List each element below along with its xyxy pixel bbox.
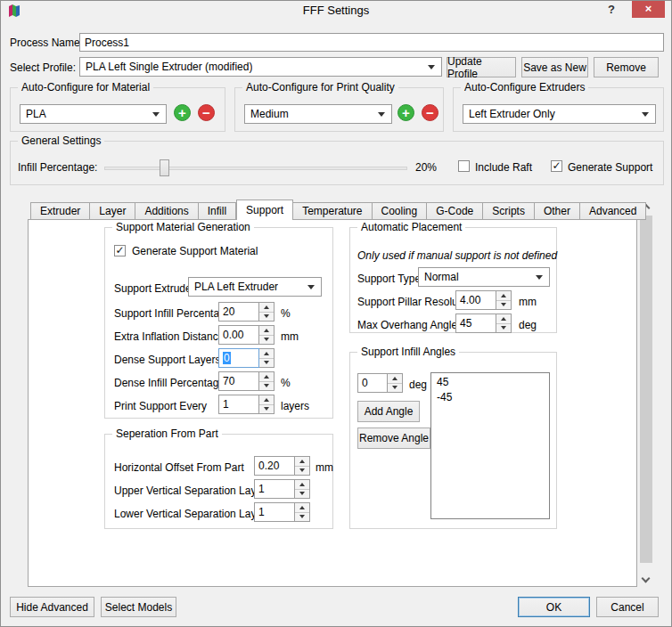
generate-support-material-label: Generate Support Material xyxy=(132,244,258,258)
tab-scripts[interactable]: Scripts xyxy=(483,202,535,220)
general-settings-title: General Settings xyxy=(18,134,104,147)
support-pillar-resolution-unit: mm xyxy=(519,295,537,309)
tab-infill[interactable]: Infill xyxy=(199,202,236,220)
support-type-select[interactable]: Normal xyxy=(418,267,550,287)
generate-support-material-checkbox[interactable]: ✓ xyxy=(114,245,126,256)
profile-select[interactable]: PLA Left Single Extruder (modified) xyxy=(79,57,442,77)
window-title: FFF Settings xyxy=(1,1,671,20)
spin-down-icon[interactable] xyxy=(259,404,274,414)
spin-down-icon[interactable] xyxy=(295,512,309,522)
auto-configure-extruders-title: Auto-Configure Extruders xyxy=(461,81,588,94)
horizontal-offset-spinner[interactable]: 0.20 xyxy=(254,456,310,476)
tab-cooling[interactable]: Cooling xyxy=(373,202,428,220)
extra-inflation-distance-label: Extra Inflation Distance xyxy=(114,330,224,344)
tab-additions[interactable]: Additions xyxy=(135,202,198,220)
spin-up-icon[interactable] xyxy=(259,395,274,404)
remove-material-button[interactable]: − xyxy=(198,104,215,121)
spin-up-icon[interactable] xyxy=(295,480,309,489)
upper-vertical-separation-spinner[interactable]: 1 xyxy=(254,479,310,499)
save-as-new-button[interactable]: Save as New xyxy=(521,57,588,77)
separation-from-part-group: Seperation From Part Horizontal Offset F… xyxy=(104,434,333,529)
support-infill-percentage-spinner[interactable]: 20 xyxy=(218,302,275,322)
remove-quality-button[interactable]: − xyxy=(422,104,438,121)
extra-inflation-distance-spinner[interactable]: 0.00 xyxy=(218,325,275,345)
hide-advanced-button[interactable]: Hide Advanced xyxy=(10,597,94,617)
scroll-down-icon[interactable] xyxy=(642,574,651,583)
extruders-select[interactable]: Left Extruder Only xyxy=(463,104,656,124)
lower-vertical-separation-label: Lower Vertical Separation Layers xyxy=(114,507,271,521)
material-select[interactable]: PLA xyxy=(20,104,167,124)
support-extruder-select[interactable]: PLA Left Extruder xyxy=(188,277,322,297)
placement-note: Only used if manual support is not defin… xyxy=(357,248,557,263)
tab-layer[interactable]: Layer xyxy=(90,202,135,220)
spin-down-icon[interactable] xyxy=(496,323,511,333)
print-support-every-spinner[interactable]: 1 xyxy=(218,395,275,414)
max-overhang-angle-spinner[interactable]: 45 xyxy=(455,314,512,333)
tab-advanced[interactable]: Advanced xyxy=(580,202,646,220)
infill-slider-track[interactable] xyxy=(104,167,407,170)
tab-extruder[interactable]: Extruder xyxy=(30,202,90,220)
vertical-scrollbar[interactable] xyxy=(640,202,652,584)
add-quality-button[interactable]: + xyxy=(397,104,414,121)
support-extruder-label: Support Extruder xyxy=(114,281,195,296)
angle-listbox[interactable]: 45 -45 xyxy=(430,372,550,519)
spin-up-icon[interactable] xyxy=(295,457,309,466)
generate-support-checkbox[interactable]: ✓ xyxy=(551,160,562,172)
tab-gcode[interactable]: G-Code xyxy=(427,202,483,220)
spin-up-icon[interactable] xyxy=(259,349,274,358)
remove-angle-button[interactable]: Remove Angle xyxy=(357,428,430,449)
spin-down-icon[interactable] xyxy=(259,312,274,322)
dense-infill-percentage-spinner[interactable]: 70 xyxy=(218,371,275,391)
tab-support[interactable]: Support xyxy=(236,200,293,220)
angle-list-item[interactable]: 45 xyxy=(431,375,549,390)
close-button[interactable]: × xyxy=(632,1,665,18)
help-button[interactable]: ? xyxy=(602,1,621,19)
scrollbar-thumb[interactable] xyxy=(640,216,652,563)
spin-up-icon[interactable] xyxy=(496,314,511,323)
spin-up-icon[interactable] xyxy=(496,291,511,300)
remove-profile-button[interactable]: Remove xyxy=(594,57,659,77)
upper-vertical-separation-label: Upper Vertical Separation Layers xyxy=(114,484,271,498)
cancel-button[interactable]: Cancel xyxy=(596,597,659,617)
add-material-button[interactable]: + xyxy=(174,104,191,121)
dropdown-arrow-icon xyxy=(428,65,435,69)
lower-vertical-separation-spinner[interactable]: 1 xyxy=(254,502,310,522)
support-tab-pane: Support Material Generation ✓ Generate S… xyxy=(28,219,637,587)
spin-up-icon[interactable] xyxy=(259,303,274,312)
quality-select[interactable]: Medium xyxy=(244,104,392,124)
include-raft-checkbox[interactable] xyxy=(458,160,470,172)
spin-down-icon[interactable] xyxy=(259,335,274,345)
quality-select-value: Medium xyxy=(250,108,289,120)
spin-down-icon[interactable] xyxy=(259,381,274,391)
update-profile-button[interactable]: Update Profile xyxy=(447,57,516,77)
process-name-input[interactable] xyxy=(79,33,664,52)
spin-up-icon[interactable] xyxy=(295,503,309,512)
dense-support-layers-spinner[interactable]: 0 xyxy=(218,348,275,368)
support-material-generation-group: Support Material Generation ✓ Generate S… xyxy=(104,227,333,419)
add-angle-button[interactable]: Add Angle xyxy=(357,401,420,422)
spin-up-icon[interactable] xyxy=(259,372,274,381)
angle-list-item[interactable]: -45 xyxy=(431,390,549,405)
tab-other[interactable]: Other xyxy=(535,202,580,220)
spin-down-icon[interactable] xyxy=(259,358,274,368)
max-overhang-angle-label: Max Overhang Angle xyxy=(357,318,457,332)
angle-spinner[interactable]: 0 xyxy=(357,373,403,393)
horizontal-offset-label: Horizontal Offset From Part xyxy=(114,460,244,475)
support-extruder-value: PLA Left Extruder xyxy=(194,281,278,293)
support-infill-angles-group: Support Infill Angles 0 deg Add Angle Re… xyxy=(349,352,557,529)
spin-up-icon[interactable] xyxy=(259,326,274,335)
spin-down-icon[interactable] xyxy=(388,383,402,393)
support-type-label: Support Type xyxy=(357,272,421,286)
support-infill-percentage-unit: % xyxy=(281,306,291,321)
spin-down-icon[interactable] xyxy=(295,489,309,499)
tab-temperature[interactable]: Temperature xyxy=(293,202,372,220)
spin-down-icon[interactable] xyxy=(295,466,309,476)
select-profile-label: Select Profile: xyxy=(10,61,76,75)
spin-down-icon[interactable] xyxy=(496,300,511,310)
ok-button[interactable]: OK xyxy=(518,597,590,617)
infill-slider-thumb[interactable] xyxy=(160,159,169,176)
support-pillar-resolution-spinner[interactable]: 4.00 xyxy=(455,290,512,310)
select-models-button[interactable]: Select Models xyxy=(101,597,176,617)
spin-up-icon[interactable] xyxy=(388,374,402,383)
dense-infill-percentage-label: Dense Infill Percentage xyxy=(114,376,225,390)
